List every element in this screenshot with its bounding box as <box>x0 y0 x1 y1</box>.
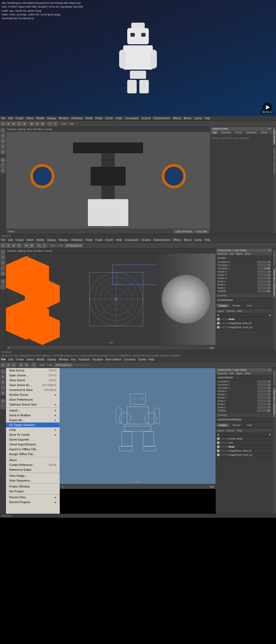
load-attributes-btn[interactable]: Load Attributes <box>174 230 194 233</box>
layer-vis-side[interactable] <box>217 322 220 325</box>
scale-tool[interactable]: ⤡ <box>1 144 5 149</box>
cb3-show[interactable]: Show <box>245 372 251 375</box>
cb3-close[interactable]: ✕ <box>268 369 271 371</box>
menu-fieldsolvers-1[interactable]: Fields/Solvers <box>153 117 170 120</box>
menu-modify-3[interactable]: Modify <box>37 358 44 361</box>
gamma-label-3[interactable]: sRGB gamma <box>54 363 72 367</box>
mi-game-exporter[interactable]: Game Exporter <box>6 437 60 442</box>
mi-send-unity[interactable]: Unity ▶ <box>6 427 60 432</box>
menu-cache-3[interactable]: Cache <box>138 358 146 361</box>
layers-nav-right[interactable]: ▶ <box>269 314 271 316</box>
rotate-tool[interactable]: ↺ <box>1 139 5 144</box>
mi-view-image[interactable]: View Image... <box>6 473 60 478</box>
toolbar-btn-5[interactable]: ■ <box>22 121 27 126</box>
menu-nparticles-2[interactable]: nParticles <box>71 238 83 241</box>
menu-effects-1[interactable]: Effects <box>173 117 181 120</box>
vert-tab-attr-editor-3[interactable]: Attribute Editor <box>272 368 276 387</box>
select-tool-2[interactable]: ↖ <box>1 250 5 254</box>
menu-bitrost-2[interactable]: Bitrost <box>184 238 191 241</box>
menu-fields-2[interactable]: Fields <box>85 238 93 241</box>
menu-window-2[interactable]: Window <box>58 238 68 241</box>
layers-nav-left[interactable]: ◀ <box>217 314 219 316</box>
panel-tab-renderer[interactable]: Renderer <box>34 128 44 131</box>
dra-tab-anim[interactable]: Anim <box>244 304 255 308</box>
menu-ncache-2[interactable]: nCache <box>141 238 150 241</box>
lasso-tool-3[interactable]: ⌒ <box>1 404 5 409</box>
scale-tool-3[interactable]: ⤡ <box>1 385 5 390</box>
vert-tab-attr-editor[interactable]: Attribute Editor <box>272 127 276 146</box>
menu-display-3[interactable]: Display <box>47 358 56 361</box>
dra-tab-render[interactable]: Render <box>230 304 244 308</box>
menu-select-3[interactable]: Select <box>26 358 34 361</box>
menu-nparticles-1[interactable]: nParticles <box>71 117 83 120</box>
soft-select-3[interactable]: ◎ <box>1 399 5 404</box>
dra3-tab-display[interactable]: Display <box>216 423 230 427</box>
panel2-renderer[interactable]: Renderer <box>34 250 44 252</box>
cb2-close[interactable]: ✕ <box>268 249 271 252</box>
mi-project-window[interactable]: Project Window <box>6 483 60 489</box>
ae-tab-show[interactable]: Show <box>259 131 270 134</box>
menu-bitrost-1[interactable]: Bitrost <box>184 117 191 120</box>
menu-cache-2[interactable]: Cache <box>194 238 202 241</box>
layer3-vis-front[interactable] <box>217 454 220 456</box>
menu-help-3[interactable]: Help <box>149 358 154 361</box>
tb2-btn-1[interactable]: ■ <box>1 243 5 248</box>
mi-recent-projects[interactable]: Recent Projects ▶ <box>6 500 60 505</box>
menu-file-3[interactable]: File <box>1 358 6 361</box>
gamma-label-2[interactable]: sRGB gamma <box>65 244 83 247</box>
menu-visualize-3[interactable]: Visualize <box>92 358 103 361</box>
mi-import[interactable]: Import... ▶ <box>6 407 60 413</box>
vert-tab-channel-box-3[interactable]: Channel Box / Layer Editor <box>272 387 276 417</box>
ae-tab-attributes[interactable]: Attributes <box>244 131 259 134</box>
menu-anim-deform-3[interactable]: Anim Deform <box>106 358 121 361</box>
menu-nhair-2[interactable]: nHair <box>116 238 122 241</box>
scale-tool-2[interactable]: ⤡ <box>1 266 5 271</box>
menu-ncloth-2[interactable]: nCloth <box>105 238 113 241</box>
layer3-vis-side[interactable] <box>217 449 220 452</box>
panel-tab-panels[interactable]: Panels <box>45 128 53 131</box>
menu-display-1[interactable]: Display <box>47 117 56 120</box>
move-tool-2[interactable]: ✛ <box>1 255 5 260</box>
menu-select-1[interactable]: Select <box>26 117 34 120</box>
panel-tab-show[interactable]: Show <box>27 128 33 131</box>
toolbar-btn-3[interactable]: ■ <box>11 121 16 126</box>
menu-edit-2[interactable]: Edit <box>8 238 13 241</box>
mi-open-scene[interactable]: Open Scene... Ctrl+O <box>6 373 60 378</box>
tb2-btn-4[interactable]: ■ <box>17 243 22 248</box>
tb2-btn-6[interactable]: ◆ <box>29 243 34 248</box>
menu-ncloth-1[interactable]: nCloth <box>105 117 113 120</box>
lasso-tool[interactable]: ⌒ <box>1 163 5 168</box>
menu-modify-2[interactable]: Modify <box>36 238 44 241</box>
menu-key-3[interactable]: Key <box>71 358 76 361</box>
toolbar-btn-10[interactable]: ● <box>53 121 58 126</box>
mi-increment-save[interactable]: Increment & Save Ctrl+Alt+S <box>6 387 60 392</box>
mi-save-scene-as[interactable]: Save Scene As... Ctrl+Shift+S <box>6 383 60 387</box>
menu-nhair-1[interactable]: nHair <box>116 117 122 120</box>
dra-tab-display[interactable]: Display <box>216 304 230 308</box>
cb3-layers-nav-left[interactable]: ◀ <box>217 433 219 436</box>
mi-cloud-import[interactable]: Cloud Import/Export... <box>6 442 60 447</box>
mi-set-project[interactable]: Set Project... <box>6 489 60 494</box>
cb3-layers-label[interactable]: Layers <box>217 429 224 432</box>
panel2-shading[interactable]: Shading <box>7 250 16 252</box>
menu-effects-2[interactable]: Effects <box>173 238 181 241</box>
layer-vis-front[interactable] <box>217 326 220 329</box>
panel2-show[interactable]: Show <box>27 250 33 252</box>
tb2-btn-5[interactable]: ◆ <box>24 243 29 248</box>
soft-select[interactable]: ◎ <box>1 158 5 162</box>
menu-select-2[interactable]: Select <box>26 238 34 241</box>
soft-select-2[interactable]: ◎ <box>1 279 5 284</box>
menu-edit-3[interactable]: Edit <box>8 358 13 361</box>
menu-create-1[interactable]: Create <box>15 117 23 120</box>
menu-fluids-1[interactable]: Fluids <box>95 117 103 120</box>
mi-send-mudbox[interactable]: Send to Mudbox ▶ <box>6 413 60 418</box>
cb2-edit[interactable]: Edit <box>229 253 234 255</box>
cb3-layers-nav-right[interactable]: ▶ <box>269 433 271 436</box>
ae-tab-selected[interactable]: Selected <box>219 131 233 134</box>
cb2-object[interactable]: Object <box>236 253 243 255</box>
menu-nconstraint-1[interactable]: nConstraint <box>125 117 139 120</box>
panel-tab-shading[interactable]: Shading <box>7 128 16 131</box>
tb3-btn-2[interactable]: ■ <box>6 363 11 367</box>
universal-tool-3[interactable]: ⊕ <box>1 391 5 396</box>
menu-fields-1[interactable]: Fields <box>85 117 93 120</box>
